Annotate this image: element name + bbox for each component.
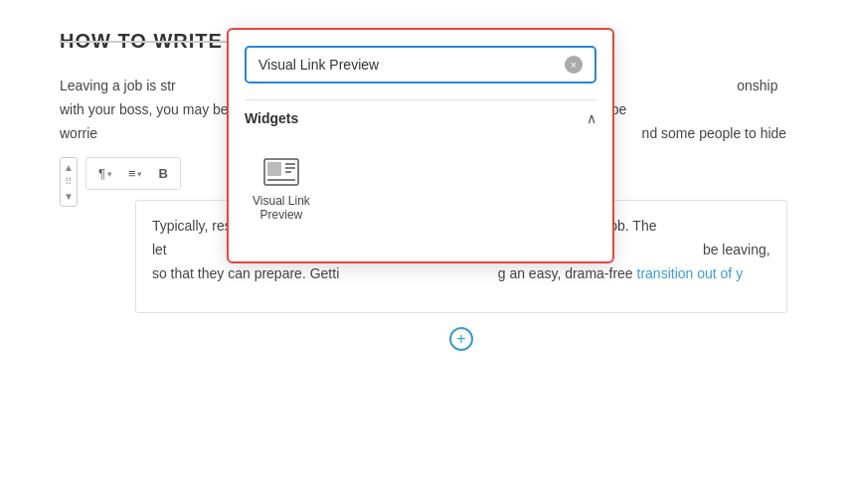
- bold-button[interactable]: B: [152, 162, 173, 185]
- widget-label: Visual LinkPreview: [253, 194, 310, 222]
- add-icon: +: [456, 330, 465, 348]
- search-bar: ×: [245, 46, 596, 84]
- drag-up-arrow[interactable]: ▲: [64, 162, 74, 173]
- paragraph-button[interactable]: ¶ ▾: [92, 162, 118, 185]
- align-icon: ≡: [128, 166, 136, 181]
- svg-rect-1: [267, 162, 281, 176]
- paragraph-chevron: ▾: [107, 169, 112, 179]
- widgets-title: Widgets: [245, 110, 298, 126]
- bold-label: B: [158, 166, 167, 181]
- add-block-button[interactable]: +: [449, 327, 473, 351]
- widgets-collapse-button[interactable]: ∧: [587, 110, 596, 126]
- widget-visual-link-preview[interactable]: Visual LinkPreview: [245, 148, 318, 230]
- widget-search-popup: × Widgets ∧: [227, 28, 614, 263]
- widget-icon: [261, 156, 301, 188]
- collapse-icon: ∧: [587, 110, 596, 126]
- clear-search-button[interactable]: ×: [565, 56, 583, 74]
- clear-icon: ×: [571, 59, 577, 71]
- search-input[interactable]: [258, 57, 565, 73]
- drag-dots: ⠿: [65, 177, 72, 187]
- editor-toolbar: ¶ ▾ ≡ ▾ B: [85, 157, 181, 190]
- add-block-row: +: [135, 327, 787, 351]
- page-wrapper: HOW TO WRITE A RESIGNATION LETTER Leavin…: [0, 0, 847, 504]
- widgets-header: Widgets ∧: [245, 110, 596, 126]
- align-chevron: ▾: [137, 169, 142, 179]
- widgets-grid: Visual LinkPreview: [245, 140, 596, 246]
- widgets-section: Widgets ∧: [245, 99, 596, 246]
- link-text[interactable]: transition out of y: [637, 265, 744, 281]
- drag-down-arrow[interactable]: ▼: [64, 191, 74, 202]
- align-button[interactable]: ≡ ▾: [122, 162, 149, 185]
- paragraph-icon: ¶: [98, 166, 105, 181]
- drag-handle[interactable]: ▲ ⠿ ▼: [60, 157, 78, 207]
